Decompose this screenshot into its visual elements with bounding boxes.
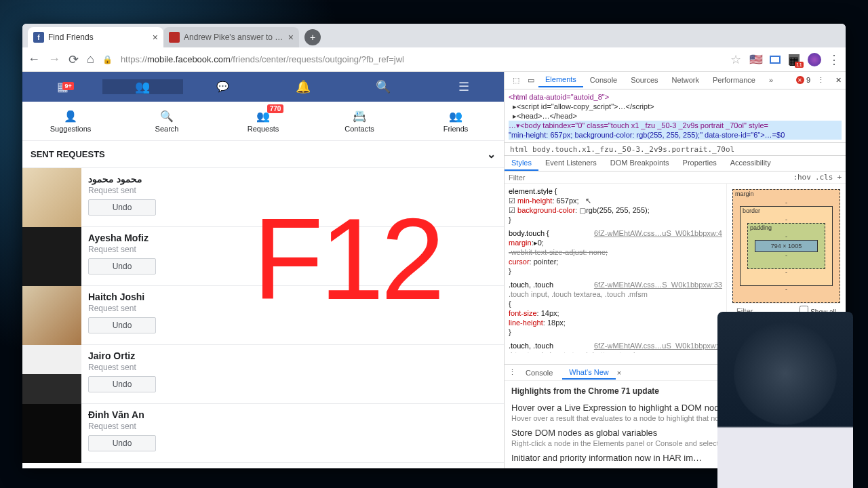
close-tab-icon[interactable]: × [153,32,158,43]
devtools-menu-icon[interactable]: ⋮ [810,73,831,87]
new-tab-button[interactable]: + [304,29,321,45]
fb-messenger-button[interactable]: 💬 [183,81,263,93]
bookmark-star-icon[interactable]: ☆ [730,52,741,67]
drawer-tab-whats-new[interactable]: What's New [562,366,615,380]
devtools-toolbar: ⬚ ▭ Elements Console Sources Network Per… [505,72,846,89]
lock-icon[interactable]: 🔒 [102,55,113,64]
back-button[interactable]: ← [28,52,40,66]
url-field[interactable]: https://mobile.facebook.com/friends/cent… [121,54,722,64]
webcam-overlay [717,312,853,488]
fb-header-nav: ▦ 9+ 👥 💬 🔔 🔍 ☰ [22,72,504,102]
filter-input[interactable] [509,174,789,182]
close-devtools-icon[interactable]: ✕ [835,76,842,85]
close-tab-icon[interactable]: × [288,32,294,43]
fb-search-button[interactable]: 🔍 [343,79,423,94]
dom-tree[interactable]: <html data-autoid="autoid_8"> ▸<script i… [505,89,846,143]
tab-event-listeners[interactable]: Event Listeners [538,156,604,171]
hamburger-icon: ☰ [458,79,469,94]
friend-name[interactable]: Đinh Văn An [88,409,156,420]
extensions-area: 🇺🇸 ▦ 11 ⋮ [749,52,840,67]
extension-badge: 11 [795,62,804,68]
friend-name[interactable]: Ayesha Mofiz [88,232,156,243]
friend-name[interactable]: Haitch Joshi [88,291,156,302]
profile-avatar-icon[interactable] [808,53,821,66]
contacts-icon: 📇 [353,110,366,123]
undo-button[interactable]: Undo [88,199,156,216]
request-list: محمود محمودRequest sentUndo Ayesha Mofiz… [22,168,504,463]
drawer-menu-icon[interactable]: ⋮ [509,368,516,377]
status-text: Request sent [88,422,156,431]
request-row: محمود محمودRequest sentUndo [22,168,504,227]
undo-button[interactable]: Undo [88,258,156,274]
fb-friends-button[interactable]: 👥 [102,79,182,94]
requests-badge: 770 [267,104,284,113]
friend-name[interactable]: Jairo Ortiz [88,350,156,361]
cls-toggle[interactable]: .cls [815,173,833,182]
undo-button[interactable]: Undo [88,376,156,392]
tab-network[interactable]: Network [665,73,706,87]
avatar[interactable] [22,286,81,345]
undo-button[interactable]: Undo [88,435,156,451]
forward-button[interactable]: → [48,52,60,66]
hov-toggle[interactable]: :hov [793,173,811,182]
tab-dom-breakpoints[interactable]: DOM Breakpoints [604,156,676,171]
tab-find-friends[interactable]: f Find Friends × [28,27,163,47]
avatar[interactable] [22,227,81,286]
person-plus-icon: 👤 [64,110,77,123]
address-bar: ← → ⟳ ⌂ 🔒 https://mobile.facebook.com/fr… [22,47,846,72]
fb-feed-button[interactable]: ▦ 9+ [22,79,102,94]
css-rules[interactable]: element.style { ☑ min-height: 657px; ↖ ☑… [505,184,727,353]
messenger-icon: 💬 [216,81,229,93]
home-button[interactable]: ⌂ [87,52,94,66]
fb-subnav: 👤Suggestions 🔍Search 👥770Requests 📇Conta… [22,102,504,141]
subnav-requests[interactable]: 👥770Requests [215,102,311,140]
avatar[interactable] [22,345,81,404]
reload-button[interactable]: ⟳ [68,52,79,67]
subnav-contacts[interactable]: 📇Contacts [311,102,408,140]
search-icon: 🔍 [376,79,391,94]
fb-menu-button[interactable]: ☰ [424,79,504,94]
styles-tabbar: Styles Event Listeners DOM Breakpoints P… [505,156,846,171]
feed-badge: 9+ [62,82,73,90]
flag-extension-icon[interactable]: 🇺🇸 [749,53,763,66]
request-row: Haitch JoshiRequest sentUndo [22,286,504,345]
bell-icon: 🔔 [296,79,311,94]
tab-quora[interactable]: Andrew Pike's answer to How to × [163,27,299,47]
sent-requests-header[interactable]: SENT REQUESTS ⌄ [22,141,504,168]
tab-console[interactable]: Console [583,73,624,87]
tabs-overflow[interactable]: » [762,73,780,87]
undo-button[interactable]: Undo [88,317,156,333]
chevron-down-icon: ⌄ [487,148,496,161]
tab-accessibility[interactable]: Accessibility [724,156,778,171]
styles-filter-row: :hov .cls + [505,171,846,184]
tab-title: Find Friends [48,33,149,42]
request-row: Đinh Văn AnRequest sentUndo [22,404,504,463]
tab-elements[interactable]: Elements [538,73,583,87]
new-rule-icon[interactable]: + [837,173,842,182]
error-indicator[interactable]: ✕9 [796,76,810,84]
tab-properties[interactable]: Properties [676,156,724,171]
status-text: Request sent [88,363,156,372]
blocker-extension-icon[interactable]: ▦ 11 [787,53,801,66]
friends-icon: 👥 [135,79,150,94]
breadcrumb[interactable]: html body.touch.x1._fzu._50-3._2v9s.port… [505,143,846,156]
fb-notifications-button[interactable]: 🔔 [263,79,343,94]
tab-styles[interactable]: Styles [505,156,538,171]
subnav-friends[interactable]: 👥Friends [408,102,504,140]
status-text: Request sent [88,245,156,254]
tab-sources[interactable]: Sources [624,73,665,87]
device-mode-icon[interactable]: ▭ [524,76,538,85]
avatar[interactable] [22,168,81,227]
chrome-menu-icon[interactable]: ⋮ [828,52,840,67]
element-picker-icon[interactable]: ⬚ [509,76,524,85]
subnav-suggestions[interactable]: 👤Suggestions [22,102,119,140]
panel-extension-icon[interactable] [770,56,781,64]
friend-name[interactable]: محمود محمود [88,174,156,184]
selected-node[interactable]: …▾<body tabindex="0" class="touch x1 _fz… [509,121,842,140]
subnav-search[interactable]: 🔍Search [119,102,215,140]
close-tab-icon[interactable]: × [617,369,621,377]
avatar[interactable] [22,404,81,463]
drawer-tab-console[interactable]: Console [519,367,559,379]
tab-performance[interactable]: Performance [706,73,762,87]
tab-strip: f Find Friends × Andrew Pike's answer to… [22,24,846,47]
